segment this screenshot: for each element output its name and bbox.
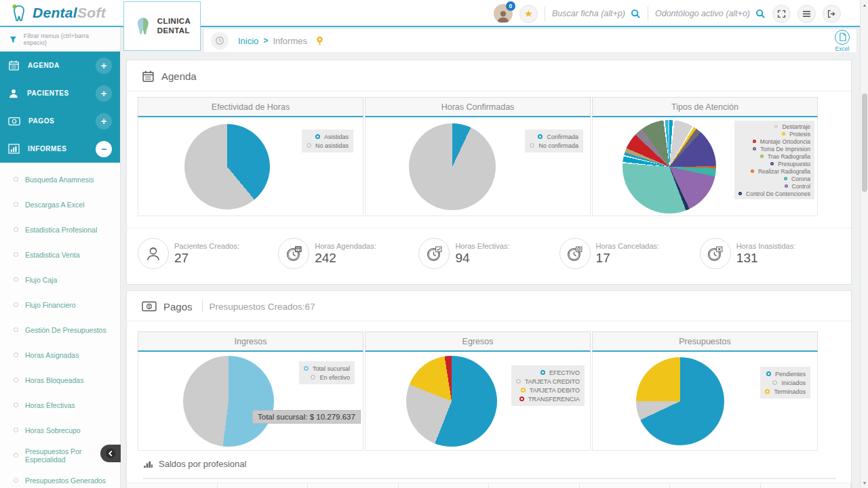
legend-item[interactable]: Presupuesto — [738, 160, 810, 167]
legend-marker — [753, 140, 756, 143]
sidebar-collapse-button[interactable] — [100, 445, 121, 462]
chart-title: Egresos — [365, 331, 591, 352]
search-ficha-placeholder: Buscar ficha (alt+p) — [552, 9, 625, 18]
submenu-item[interactable]: Flujo Financiero — [0, 292, 120, 317]
sidebar-item-agenda[interactable]: AGENDA + — [0, 52, 120, 79]
main-menu: AGENDA + PACIENTES + PAGOS + — [0, 52, 120, 163]
legend-item[interactable]: Control — [738, 182, 810, 190]
submenu-item[interactable]: Horas Asignadas — [0, 342, 120, 367]
submenu-item[interactable]: Estadistica Profesional — [0, 217, 120, 242]
search-odontologo[interactable]: Odontólogo activo (alt+o) — [655, 9, 766, 19]
sidebar-item-pacientes[interactable]: PACIENTES + — [0, 79, 120, 107]
legend-item[interactable]: TRANSFERENCIA — [516, 394, 580, 403]
user-avatar[interactable]: 0 — [494, 4, 513, 23]
submenu-item[interactable]: Busqueda Anamnesis — [0, 167, 120, 192]
money-icon: $ — [142, 301, 157, 312]
pie-chart-egresos — [406, 356, 497, 447]
submenu-item[interactable]: Horas Bloqueadas — [0, 367, 120, 392]
expand-plus-button[interactable]: + — [96, 58, 112, 74]
legend-item[interactable]: Confirmada — [530, 132, 578, 141]
sidebar-item-label: AGENDA — [28, 62, 96, 69]
filter-icon — [9, 36, 17, 43]
page-scrollbar[interactable]: ▲ ▼ — [860, 0, 868, 488]
submenu-item[interactable]: Presupuestos Generados — [0, 468, 120, 488]
legend-marker — [784, 177, 787, 180]
submenu-item[interactable]: Gestión De Presupuestos — [0, 317, 120, 342]
stat-horas-agendadas: Horas Agendadas:242 — [278, 238, 418, 269]
legend-marker — [315, 134, 320, 139]
legend-item[interactable]: Asistidas — [307, 132, 349, 141]
pie-chart-confirmadas — [409, 123, 496, 210]
scroll-up-arrow[interactable]: ▲ — [862, 3, 867, 7]
stat-pacientes-creados: Pacientes Creados:27 — [138, 238, 278, 269]
legend-marker — [774, 125, 778, 128]
export-excel-button[interactable]: Excel — [835, 30, 850, 52]
presupuestos-creados-count: Presupuestos Creados:67 — [210, 302, 315, 312]
submenu-item[interactable]: Estadistica Venta — [0, 242, 120, 267]
pin-icon[interactable] — [315, 36, 324, 46]
legend-item[interactable]: No confirmada — [530, 141, 578, 150]
excel-doc-icon — [835, 30, 850, 45]
pie-chart-presupuestos — [636, 357, 724, 445]
expand-plus-button[interactable]: + — [96, 85, 112, 102]
menu-filter-input[interactable]: Filtrar menus (ctrl+barra espacio) — [0, 27, 120, 52]
legend-item[interactable]: No asistidas — [307, 141, 349, 150]
legend-item[interactable]: Realizar Radiografia — [738, 167, 810, 175]
legend-item[interactable]: Control De Contenciones — [738, 190, 810, 197]
app-logo[interactable]: DentalSoft — [9, 3, 106, 23]
legend-marker — [516, 379, 521, 384]
menu-button[interactable] — [797, 5, 816, 23]
search-icon[interactable] — [631, 9, 641, 19]
favorites-star-button[interactable]: ★ — [519, 5, 538, 23]
stat-horas-efectivas: Horas Efectivas:94 — [418, 238, 559, 269]
expand-plus-button[interactable]: + — [96, 113, 112, 129]
sidebar-item-informes[interactable]: INFORMES − — [0, 135, 120, 163]
breadcrumb-separator: > — [263, 36, 268, 45]
submenu-item[interactable]: Horas Efectivas — [0, 392, 120, 418]
legend-item[interactable]: EFECTIVO — [516, 368, 580, 377]
legend-item[interactable]: Total sucursal — [304, 364, 350, 373]
fullscreen-button[interactable] — [772, 5, 791, 23]
chart-legend: EFECTIVO TARJETA CREDITO TARJETA DEBITO … — [511, 365, 585, 406]
clock-ban-icon — [559, 238, 591, 269]
legend-item[interactable]: Corona — [738, 175, 810, 182]
scrollbar-thumb[interactable] — [862, 94, 867, 192]
submenu-item[interactable]: Horas Sobrecupo — [0, 418, 120, 443]
sidebar-item-label: PAGOS — [28, 117, 96, 125]
chart-legend: Total sucursal En efectivo — [299, 361, 355, 384]
legend-item[interactable]: Montaje Ortodoncia — [738, 138, 810, 145]
scroll-down-arrow[interactable]: ▼ — [862, 481, 867, 485]
legend-item[interactable]: Pendientes — [765, 369, 806, 378]
sidebar-item-pagos[interactable]: PAGOS + — [0, 107, 120, 135]
legend-item[interactable]: TARJETA DEBITO — [516, 386, 580, 394]
clinic-logo[interactable]: CLINICA DENTAL — [123, 1, 201, 51]
chart-title: Presupuestos — [592, 331, 818, 352]
search-icon[interactable] — [755, 9, 766, 19]
legend-marker — [770, 162, 774, 165]
brand-name: DentalSoft — [33, 5, 106, 21]
legend-item[interactable]: Iniciados — [765, 378, 806, 387]
agenda-section: Agenda Efectividad de Horas Asistidas No… — [126, 60, 852, 285]
legend-item[interactable]: En efectivo — [304, 373, 350, 382]
legend-item[interactable]: Trae Radiografia — [738, 152, 810, 160]
submenu-item[interactable]: Descargas A Excel — [0, 192, 120, 217]
dentalsoft-dashboard: DentalSoft 0 ★ Buscar ficha (alt+p) Odon… — [0, 0, 868, 488]
legend-item[interactable]: Toma De Impresion — [738, 145, 810, 152]
svg-text:$: $ — [148, 304, 151, 309]
legend-marker — [772, 380, 777, 385]
legend-item[interactable]: Destartraje — [738, 123, 810, 130]
legend-item[interactable]: Protesis — [738, 130, 810, 138]
history-icon[interactable] — [211, 32, 229, 49]
section-title: Pagos — [163, 301, 193, 312]
clinic-name: CLINICA DENTAL — [157, 17, 191, 35]
collapse-minus-button[interactable]: − — [96, 141, 112, 157]
chart-panel-ingresos: Ingresos Total sucursal En efectivo Tota… — [138, 331, 363, 451]
bar-chart-icon — [8, 144, 20, 154]
legend-marker — [760, 155, 764, 158]
legend-item[interactable]: TARJETA CREDITO — [516, 377, 580, 386]
legend-item[interactable]: Terminados — [765, 387, 806, 396]
breadcrumb-home-link[interactable]: Inicio — [238, 36, 258, 46]
search-ficha[interactable]: Buscar ficha (alt+p) — [552, 9, 641, 19]
logout-button[interactable] — [823, 5, 841, 23]
submenu-item[interactable]: Flujo Caja — [0, 267, 120, 292]
